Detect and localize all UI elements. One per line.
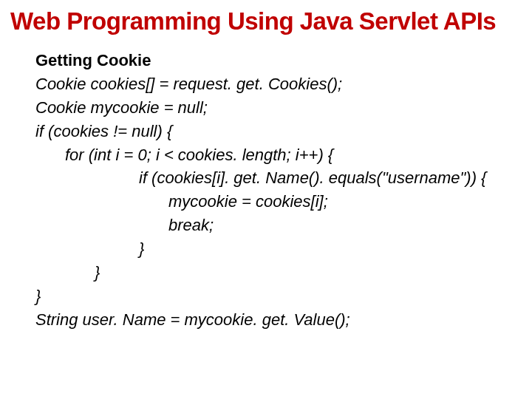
slide-content: Getting Cookie Cookie cookies[] = reques… [10,49,522,332]
code-line: if (cookies[i]. get. Name(). equals("use… [35,166,522,190]
code-line: String user. Name = mycookie. get. Value… [35,308,522,332]
code-line: for (int i = 0; i < cookies. length; i++… [35,143,522,167]
code-line: Cookie mycookie = null; [35,96,522,120]
section-heading: Getting Cookie [35,49,522,72]
code-line: break; [35,214,522,237]
code-line: mycookie = cookies[i]; [35,190,522,214]
slide-title: Web Programming Using Java Servlet APIs [10,7,522,35]
code-line: } [35,261,522,284]
code-line: if (cookies != null) { [35,120,522,143]
code-line: } [35,237,522,261]
code-line: } [35,284,522,308]
code-line: Cookie cookies[] = request. get. Cookies… [35,72,522,96]
